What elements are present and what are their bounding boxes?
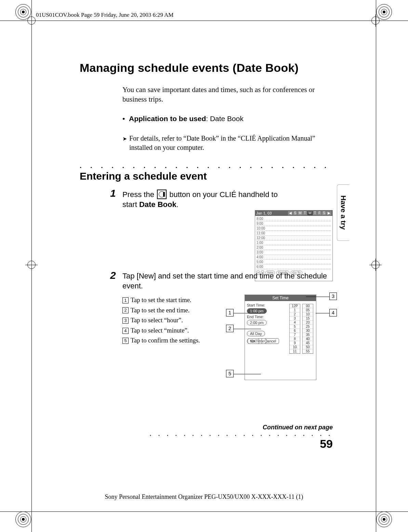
page-number: 59 [150, 437, 333, 451]
book-header: 01US01COV.book Page 59 Friday, June 20, … [36, 12, 173, 18]
hr: 5 [290, 325, 300, 329]
continued-label: Continued on next page [150, 424, 333, 431]
mn: 55 [303, 349, 313, 353]
legend-text: Tap to set the end time. [131, 306, 189, 316]
day-s: S [293, 211, 298, 215]
mn: 00 [303, 304, 313, 308]
hr: 7 [290, 333, 300, 337]
hr: 11 [290, 349, 300, 353]
all-day-btn: All Day [247, 331, 265, 336]
callout-3: 3 [329, 293, 337, 300]
divider-dots: . . . . . . . . . . . . . . . . . . . . … [80, 162, 333, 170]
legend-text: Tap to select “hour”. [131, 315, 183, 326]
legend-text: Tap to confirm the settings. [131, 336, 200, 346]
mn: 35 [303, 333, 313, 337]
legend-num: 2 [122, 307, 129, 313]
step-number: 1 [110, 187, 116, 199]
callout-lead [316, 313, 329, 313]
registration-mark-icon [27, 261, 36, 269]
mn: 30 [303, 329, 313, 333]
step1-text-d: . [176, 200, 179, 209]
screenshot-date: Jan 1, 03 [256, 211, 272, 215]
page-content: Managing schedule events (Date Book) You… [80, 61, 333, 398]
mn: 15 [303, 316, 313, 321]
step-1: 1 Press the button on your CLIÉ handheld… [122, 190, 333, 264]
continued-block: Continued on next page . . . . . . . . .… [150, 424, 333, 451]
end-time-value: 2:00 pm [247, 320, 267, 325]
callout-lead [234, 374, 261, 374]
print-target-icon [376, 511, 392, 527]
hr: 8 [290, 337, 300, 341]
day-s2: S [322, 211, 326, 215]
application-bullet: • Application to be used: Date Book [122, 115, 333, 123]
reference-text: For details, refer to “Date Book” in the… [129, 134, 315, 151]
legend-text: Tap to select “minute”. [131, 326, 189, 336]
print-target-icon [15, 511, 31, 527]
mn: 10 [303, 312, 313, 316]
callout-lead [234, 313, 261, 313]
footer-text: Sony Personal Entertainment Organizer PE… [105, 493, 303, 500]
hr: 1 [290, 308, 300, 312]
page-title: Managing schedule events (Date Book) [80, 61, 333, 75]
time-row: 3:00 [256, 250, 331, 255]
page-footer: Sony Personal Entertainment Organizer PE… [0, 493, 408, 501]
settime-title: Set Time [245, 295, 316, 301]
day-f: F [317, 211, 321, 215]
datebook-day-screenshot: Jan 1, 03 ◀ S M T W T F S ▶ 8:00 [255, 210, 333, 281]
cancel-btn: Cancel [261, 338, 279, 344]
time-row: 10:00 [256, 226, 331, 231]
legend-text: Tap to set the start time. [131, 295, 192, 306]
crop-mark-bottom [0, 511, 408, 512]
section-heading: Entering a schedule event [80, 170, 333, 182]
callout-4: 4 [329, 309, 337, 316]
ok-btn: OK [248, 338, 259, 344]
screenshot-days: ◀ S M T W T F S ▶ [288, 211, 331, 215]
step-number: 2 [110, 270, 116, 281]
hour-minute-columns: 12P 1 2 3 4 5 6 7 8 9 10 11 [289, 304, 313, 354]
day-t: T [303, 211, 307, 215]
application-label: Application to be used [129, 115, 206, 122]
day-w: W [307, 211, 313, 215]
side-tab: Have a try [337, 184, 349, 241]
hr: 3 [290, 316, 300, 321]
registration-mark-icon [371, 16, 380, 25]
step1-appname: Date Book [139, 200, 176, 209]
callout-1: 1 [226, 309, 234, 316]
side-tab-label: Have a try [339, 195, 347, 230]
hr: 9 [290, 341, 300, 345]
hr: 4 [290, 321, 300, 325]
mn: 25 [303, 325, 313, 329]
datebook-button-icon [157, 190, 167, 199]
time-row: 9:00 [256, 221, 331, 226]
hr: 2 [290, 312, 300, 316]
legend-num: 1 [122, 297, 129, 303]
legend-num: 3 [122, 317, 129, 324]
time-row: 5:00 [256, 260, 331, 264]
mn: 20 [303, 321, 313, 325]
legend-num: 5 [122, 338, 129, 344]
callout-2: 2 [226, 325, 234, 332]
mn: 05 [303, 308, 313, 312]
registration-mark-icon [371, 261, 380, 269]
hr: 10 [290, 345, 300, 349]
step1-text-a: Press the [122, 190, 156, 199]
legend-num: 4 [122, 328, 129, 334]
hour-column: 12P 1 2 3 4 5 6 7 8 9 10 11 [289, 304, 300, 354]
time-row: 12:00 [256, 236, 331, 241]
hr: 12P [290, 304, 300, 308]
callout-lead [306, 297, 329, 297]
time-row: 4:00 [256, 255, 331, 260]
reference-note: ➤ For details, refer to “Date Book” in t… [122, 134, 331, 152]
time-row: 6:00 [256, 264, 331, 269]
minute-column: 00 05 10 15 20 25 30 35 40 45 50 55 [302, 304, 313, 354]
mn: 50 [303, 345, 313, 349]
step-2: 2 Tap [New] and set the start time and e… [122, 271, 333, 398]
registration-mark-icon [27, 16, 36, 25]
step2-text: Tap [New] and set the start time and end… [122, 271, 331, 291]
callout-5: 5 [226, 370, 234, 377]
mn: 40 [303, 337, 313, 341]
day-m: M [298, 211, 302, 215]
callout-lead [234, 329, 261, 329]
time-row: 8:00 [256, 217, 331, 221]
mn: 45 [303, 341, 313, 345]
